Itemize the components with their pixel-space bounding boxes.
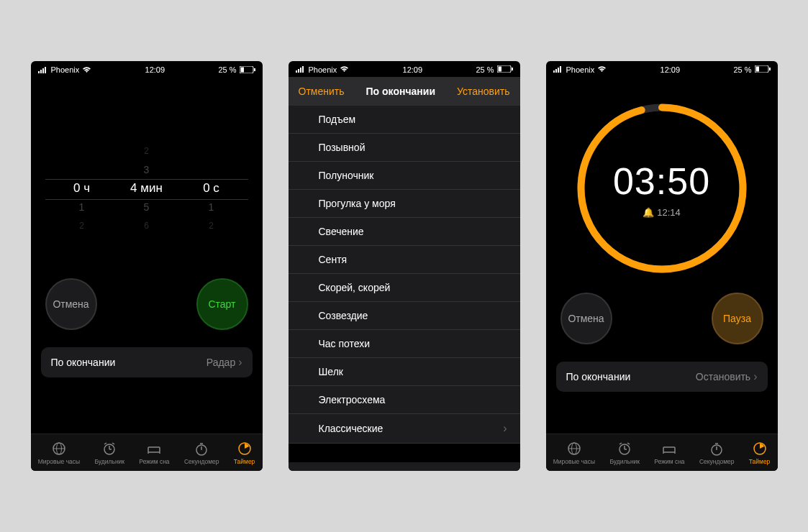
- sound-stop-option[interactable]: ✓ Остановить: [289, 462, 520, 471]
- wifi-icon: [82, 66, 91, 73]
- sound-option[interactable]: Созвездие: [289, 302, 520, 330]
- signal-icon: [38, 66, 48, 73]
- svg-rect-2: [42, 68, 44, 73]
- tab-bedtime[interactable]: Режим сна: [139, 441, 169, 465]
- globe-icon: [566, 441, 582, 457]
- svg-rect-1: [40, 70, 42, 73]
- wifi-icon: [340, 65, 349, 74]
- svg-rect-27: [498, 67, 501, 72]
- globe-icon: [51, 441, 67, 457]
- sound-option[interactable]: Скорей, скорей: [289, 274, 520, 302]
- battery-percent: 25 %: [476, 65, 494, 74]
- bell-icon: 🔔: [643, 207, 654, 218]
- svg-rect-23: [298, 69, 299, 73]
- svg-rect-24: [300, 68, 301, 73]
- chevron-right-icon: ›: [238, 356, 242, 369]
- sound-option[interactable]: Позывной: [289, 134, 520, 162]
- alarm-icon: [617, 441, 632, 457]
- svg-rect-30: [555, 69, 557, 73]
- sound-option[interactable]: Шелк: [289, 358, 520, 386]
- tab-bar: Мировые часы Будильник Режим сна Секундо…: [546, 434, 778, 471]
- sound-option[interactable]: Сентя: [289, 246, 520, 274]
- phone-timer-setup: Phoenix 12:09 25 % 0 ч 1 2 2 3 4 мин 5: [31, 61, 263, 471]
- status-time: 12:09: [661, 65, 681, 74]
- bed-icon: [661, 441, 677, 457]
- sound-option[interactable]: Прогулка у моря: [289, 190, 520, 218]
- pause-button[interactable]: Пауза: [712, 293, 763, 344]
- svg-rect-46: [663, 447, 675, 452]
- cancel-button[interactable]: Отмена: [560, 293, 612, 344]
- minutes-column[interactable]: 2 3 4 мин 5 6: [125, 142, 168, 235]
- tab-bar: Мировые часы Будильник Режим сна Секундо…: [31, 434, 263, 471]
- sound-option[interactable]: Свечение: [289, 218, 520, 246]
- countdown-time: 03:50: [613, 160, 710, 203]
- bed-icon: [146, 441, 162, 457]
- battery-icon: [240, 66, 255, 73]
- when-ends-row[interactable]: По окончании Остановить›: [556, 362, 768, 392]
- timer-ring: 03:50 🔔12:14: [572, 98, 752, 278]
- tab-world-clock[interactable]: Мировые часы: [553, 441, 596, 465]
- status-bar: Phoenix 12:09 25 %: [289, 61, 520, 77]
- sound-option[interactable]: Подъем: [289, 106, 520, 134]
- tab-stopwatch[interactable]: Секундомер: [184, 441, 219, 465]
- when-ends-label: По окончании: [566, 371, 631, 382]
- sound-list: Подъем Позывной Полуночник Прогулка у мо…: [289, 106, 520, 444]
- tab-timer[interactable]: Таймер: [749, 441, 771, 465]
- carrier-label: Phoenix: [309, 65, 337, 74]
- seconds-column[interactable]: 0 с 1 2: [190, 142, 233, 235]
- svg-line-44: [619, 443, 622, 444]
- phone-sound-picker: Phoenix 12:09 25 % Отменить По окончании…: [289, 61, 520, 471]
- battery-percent: 25 %: [218, 65, 236, 74]
- svg-rect-0: [38, 71, 40, 73]
- chevron-right-icon: ›: [503, 422, 507, 435]
- timer-icon: [237, 441, 253, 457]
- svg-rect-25: [302, 66, 304, 73]
- when-ends-value: Остановить: [696, 371, 750, 382]
- end-time: 12:14: [657, 207, 681, 218]
- svg-rect-35: [769, 68, 771, 70]
- svg-rect-29: [553, 70, 555, 73]
- svg-rect-28: [512, 68, 513, 70]
- sound-option[interactable]: Полуночник: [289, 162, 520, 190]
- timer-icon: [752, 441, 768, 457]
- modal-header: Отменить По окончании Установить: [289, 77, 520, 106]
- time-picker[interactable]: 0 ч 1 2 2 3 4 мин 5 6 0 с 1 2: [31, 142, 263, 249]
- signal-icon: [296, 65, 306, 74]
- carrier-label: Phoenix: [51, 65, 80, 74]
- svg-rect-15: [148, 447, 160, 452]
- svg-rect-31: [558, 68, 559, 73]
- status-time: 12:09: [145, 65, 165, 74]
- alarm-icon: [101, 441, 117, 457]
- stopwatch-icon: [194, 441, 209, 457]
- hours-column[interactable]: 0 ч 1 2: [60, 142, 104, 235]
- modal-cancel-button[interactable]: Отменить: [299, 86, 345, 97]
- status-bar: Phoenix 12:09 25 %: [546, 61, 778, 77]
- when-ends-row[interactable]: По окончании Радар›: [41, 347, 253, 377]
- sound-classic-row[interactable]: Классические›: [289, 414, 520, 444]
- sound-option[interactable]: Час потехи: [289, 330, 520, 358]
- tab-world-clock[interactable]: Мировые часы: [38, 441, 81, 465]
- status-time: 12:09: [403, 65, 423, 74]
- cancel-button[interactable]: Отмена: [45, 278, 97, 330]
- svg-line-14: [112, 443, 114, 444]
- battery-percent: 25 %: [733, 65, 751, 74]
- tab-alarm[interactable]: Будильник: [94, 441, 124, 465]
- phone-timer-running: Phoenix 12:09 25 % 03:50 🔔12:14 Отмена П…: [546, 61, 778, 471]
- svg-rect-32: [560, 66, 561, 73]
- tab-timer[interactable]: Таймер: [234, 441, 255, 465]
- battery-icon: [497, 65, 513, 74]
- stopwatch-icon: [709, 441, 725, 457]
- modal-set-button[interactable]: Установить: [457, 86, 509, 97]
- checkmark-icon: ✓: [299, 469, 308, 471]
- tab-stopwatch[interactable]: Секундомер: [699, 441, 735, 465]
- tab-bedtime[interactable]: Режим сна: [654, 441, 684, 465]
- svg-rect-6: [254, 68, 255, 71]
- svg-rect-22: [296, 70, 297, 73]
- when-ends-value: Радар: [206, 357, 235, 368]
- svg-rect-34: [755, 67, 759, 72]
- tab-alarm[interactable]: Будильник: [609, 441, 640, 465]
- sound-option[interactable]: Электросхема: [289, 386, 520, 414]
- start-button[interactable]: Старт: [196, 278, 248, 330]
- svg-rect-3: [45, 67, 46, 73]
- carrier-label: Phoenix: [566, 65, 595, 74]
